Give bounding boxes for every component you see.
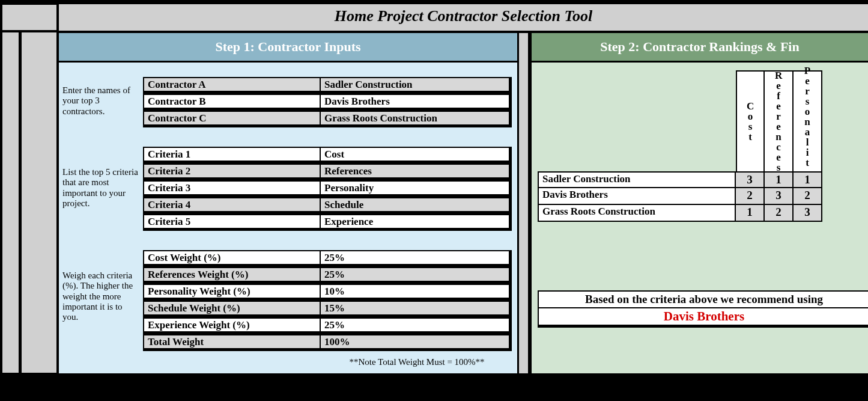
field-value[interactable]: Sadler Construction <box>321 78 509 91</box>
rank-cell[interactable]: 3 <box>736 171 765 188</box>
instruction-criteria: List the top 5 criteria that are most im… <box>61 166 141 210</box>
contractor-a-row[interactable]: Contractor A Sadler Construction <box>143 77 512 94</box>
recommendation-box: Based on the criteria above we recommend… <box>538 290 868 328</box>
rank-cell[interactable]: 3 <box>794 205 822 222</box>
criteria-5-row[interactable]: Criteria 5 Experience <box>143 214 512 231</box>
field-value[interactable]: Cost <box>321 148 509 161</box>
step2-panel: Step 2: Contractor Rankings & Fin C o s … <box>530 31 868 375</box>
field-label: Criteria 2 <box>144 165 321 177</box>
criteria-1-row[interactable]: Criteria 1 Cost <box>143 147 512 164</box>
rank-cell[interactable]: 2 <box>765 205 794 222</box>
panel-separator <box>519 31 530 375</box>
criteria-block: Criteria 1 Cost Criteria 2 References Cr… <box>143 147 512 231</box>
field-value[interactable]: 25% <box>321 268 509 281</box>
field-value[interactable]: Personality <box>321 182 509 194</box>
ranking-row: Davis Brothers 2 3 2 <box>538 188 822 205</box>
field-label: Criteria 5 <box>144 215 321 228</box>
ranking-row: Sadler Construction 3 1 1 <box>538 171 822 188</box>
ranking-row: Grass Roots Construction 1 2 3 <box>538 205 822 222</box>
weight-row[interactable]: Schedule Weight (%) 15% <box>143 301 512 317</box>
criteria-4-row[interactable]: Criteria 4 Schedule <box>143 197 512 214</box>
instruction-contractors: Enter the names of your top 3 contractor… <box>61 84 141 118</box>
weight-row[interactable]: Cost Weight (%) 25% <box>143 250 512 267</box>
weight-row[interactable]: Experience Weight (%) 25% <box>143 317 512 334</box>
field-value: 100% <box>321 335 509 348</box>
col-cost: C o s t <box>736 70 765 171</box>
ranking-table: C o s t R e f e r e n c e s P e r s o n … <box>538 69 822 222</box>
recommendation-text: Based on the criteria above we recommend… <box>538 290 868 307</box>
field-label: Criteria 1 <box>144 148 321 161</box>
weights-block: Cost Weight (%) 25% References Weight (%… <box>143 250 512 351</box>
field-label: Criteria 4 <box>144 198 321 211</box>
rank-cell[interactable]: 2 <box>794 188 822 205</box>
contractor-name: Grass Roots Construction <box>538 205 736 222</box>
field-label: References Weight (%) <box>144 268 321 281</box>
field-label: Personality Weight (%) <box>144 285 321 298</box>
field-label: Contractor A <box>144 78 321 91</box>
criteria-3-row[interactable]: Criteria 3 Personality <box>143 180 512 197</box>
contractor-b-row[interactable]: Contractor B Davis Brothers <box>143 94 512 111</box>
field-value[interactable]: 10% <box>321 285 509 298</box>
field-label: Criteria 3 <box>144 182 321 194</box>
rank-cell[interactable]: 1 <box>736 205 765 222</box>
recommendation-name: Davis Brothers <box>538 307 868 328</box>
field-value[interactable]: 15% <box>321 302 509 314</box>
rank-cell[interactable]: 1 <box>794 171 822 188</box>
rank-cell[interactable]: 1 <box>765 171 794 188</box>
criteria-2-row[interactable]: Criteria 2 References <box>143 164 512 180</box>
field-value[interactable]: 25% <box>321 319 509 331</box>
field-value[interactable]: Grass Roots Construction <box>321 112 509 124</box>
field-value[interactable]: References <box>321 165 509 177</box>
weight-row[interactable]: References Weight (%) 25% <box>143 267 512 284</box>
step1-heading: Step 1: Contractor Inputs <box>59 33 517 63</box>
page-title: Home Project Contractor Selection Tool <box>57 2 868 32</box>
contractor-name: Davis Brothers <box>538 188 736 205</box>
ranking-header: C o s t R e f e r e n c e s P e r s o n … <box>538 69 822 171</box>
contractor-name: Sadler Construction <box>538 171 736 188</box>
field-label: Schedule Weight (%) <box>144 302 321 314</box>
field-value[interactable]: Davis Brothers <box>321 95 509 108</box>
total-weight-row: Total Weight 100% <box>143 334 512 351</box>
field-value[interactable]: 25% <box>321 251 509 264</box>
col-personality: P e r s o n a l i t y <box>794 70 822 171</box>
rank-cell[interactable]: 2 <box>736 188 765 205</box>
weight-row[interactable]: Personality Weight (%) 10% <box>143 284 512 301</box>
weight-note: **Note Total Weight Must = 100%** <box>321 357 513 367</box>
spreadsheet-row-gutter <box>2 2 56 375</box>
field-label: Cost Weight (%) <box>144 251 321 264</box>
field-label: Experience Weight (%) <box>144 319 321 331</box>
field-label: Contractor C <box>144 112 321 124</box>
contractor-c-row[interactable]: Contractor C Grass Roots Construction <box>143 111 512 127</box>
field-value[interactable]: Experience <box>321 215 509 228</box>
field-label: Total Weight <box>144 335 321 348</box>
step1-panel: Step 1: Contractor Inputs Enter the name… <box>57 31 519 375</box>
field-label: Contractor B <box>144 95 321 108</box>
rank-cell[interactable]: 3 <box>765 188 794 205</box>
field-value[interactable]: Schedule <box>321 198 509 211</box>
col-references: R e f e r e n c e s <box>765 70 794 171</box>
instruction-weights: Weigh each criteria (%). The higher the … <box>61 269 141 323</box>
contractors-block: Contractor A Sadler Construction Contrac… <box>143 77 512 127</box>
step2-heading: Step 2: Contractor Rankings & Fin <box>532 33 868 63</box>
